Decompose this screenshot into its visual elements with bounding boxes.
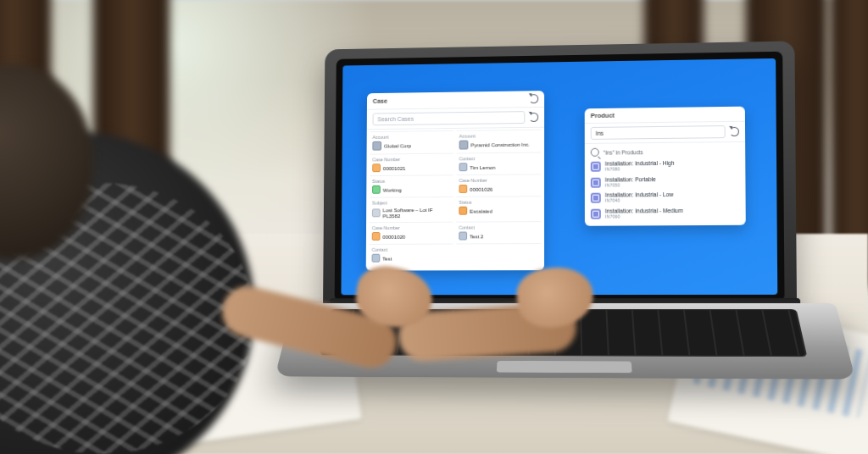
- status-icon: [459, 207, 467, 215]
- cell-label: Case Number: [372, 225, 451, 230]
- cell-label: Case Number: [372, 157, 450, 163]
- cell-label: Contact: [459, 224, 538, 230]
- cell-value: 00001026: [470, 185, 492, 191]
- cell-label: Contact: [459, 155, 539, 161]
- product-code: IN7050: [605, 183, 656, 188]
- search-row: Ins: [585, 122, 745, 144]
- panel-title: Case: [373, 97, 387, 105]
- cell-value: Global Corp: [384, 142, 411, 148]
- contact-icon: [372, 254, 381, 263]
- product-lookup-panel: Product Ins "Ins" in Products: [585, 107, 746, 227]
- case-grid: Account Global Corp Account Pyramid Cons…: [366, 128, 544, 271]
- cell[interactable]: Case Number 00001020: [370, 222, 453, 244]
- trackpad: [497, 361, 632, 373]
- cell-value: Lost Software – Lot IF PL3582: [382, 207, 450, 219]
- case-icon: [372, 163, 381, 172]
- product-result-row[interactable]: Installation: Industrial - Medium IN7060: [585, 205, 746, 222]
- cell[interactable]: Account Global Corp: [370, 130, 453, 154]
- product-code: IN7060: [605, 214, 683, 219]
- cell-label: Status: [459, 199, 538, 205]
- cell[interactable]: Case Number 00001021: [370, 153, 453, 176]
- cell-value: Escalated: [470, 208, 492, 213]
- cell-value: Test: [382, 255, 392, 261]
- product-icon: [591, 193, 601, 203]
- laptop-screen: Case Search Cases Account Global Corp A: [341, 58, 777, 295]
- search-icon: [591, 148, 599, 157]
- cell-value: Tim Lemon: [470, 163, 495, 169]
- product-code: IN7080: [605, 167, 675, 172]
- cell[interactable]: Subject Lost Software – Lot IF PL3582: [370, 197, 453, 222]
- product-search-input[interactable]: Ins: [591, 125, 726, 140]
- product-result-row[interactable]: Installation: Industrial - High IN7080: [585, 158, 746, 174]
- cell[interactable]: Contact Test: [370, 243, 453, 265]
- refresh-icon[interactable]: [529, 113, 538, 122]
- subject-icon: [372, 208, 381, 217]
- cell-value: 00001020: [382, 233, 405, 239]
- status-icon: [372, 185, 381, 194]
- search-placeholder: Search Cases: [377, 116, 414, 122]
- search-hint: "Ins" in Products: [604, 149, 643, 155]
- product-icon: [591, 209, 601, 219]
- search-value: Ins: [596, 130, 604, 136]
- cell[interactable]: Status Working: [370, 174, 453, 197]
- cell-label: Subject: [372, 200, 451, 206]
- account-icon: [459, 141, 469, 150]
- case-lookup-panel: Case Search Cases Account Global Corp A: [366, 91, 544, 270]
- case-icon: [459, 185, 467, 193]
- cell-value: Test 2: [470, 233, 483, 239]
- cell-value: 00001021: [383, 164, 406, 170]
- product-code: IN7040: [605, 198, 673, 203]
- photo-scene: Case Search Cases Account Global Corp A: [0, 0, 868, 454]
- product-result-row[interactable]: Installation: Industrial - Low IN7040: [585, 189, 746, 206]
- refresh-icon[interactable]: [730, 127, 739, 136]
- contact-icon: [459, 232, 467, 241]
- cell[interactable]: Account Pyramid Construction Inc.: [457, 130, 541, 153]
- cell-label: Status: [372, 178, 451, 184]
- cell[interactable]: Case Number 00001026: [456, 174, 541, 197]
- search-hint-row[interactable]: "Ins" in Products: [585, 144, 745, 159]
- cell-value: Working: [383, 186, 402, 192]
- cell: [456, 243, 541, 265]
- case-search-input[interactable]: Search Cases: [373, 111, 526, 125]
- cell-label: Case Number: [459, 177, 538, 183]
- cell[interactable]: Contact Test 2: [456, 221, 541, 243]
- case-icon: [372, 232, 381, 241]
- panel-title: Product: [591, 112, 615, 119]
- search-row: Search Cases: [367, 108, 544, 130]
- cell[interactable]: Status Escalated: [456, 196, 541, 221]
- product-results: "Ins" in Products Installation: Industri…: [585, 142, 746, 226]
- product-result-row[interactable]: Installation: Portable IN7050: [585, 174, 746, 191]
- cell-label: Account: [372, 134, 450, 140]
- product-icon: [591, 162, 601, 172]
- contact-icon: [459, 163, 468, 171]
- cell[interactable]: Contact Tim Lemon: [457, 152, 542, 174]
- panel-header: Product: [585, 107, 745, 124]
- cell-label: Contact: [372, 246, 451, 252]
- cell-value: Pyramid Construction Inc.: [470, 141, 530, 148]
- refresh-icon[interactable]: [529, 94, 538, 103]
- cell-label: Account: [459, 133, 539, 139]
- account-icon: [372, 141, 381, 151]
- product-icon: [591, 178, 601, 188]
